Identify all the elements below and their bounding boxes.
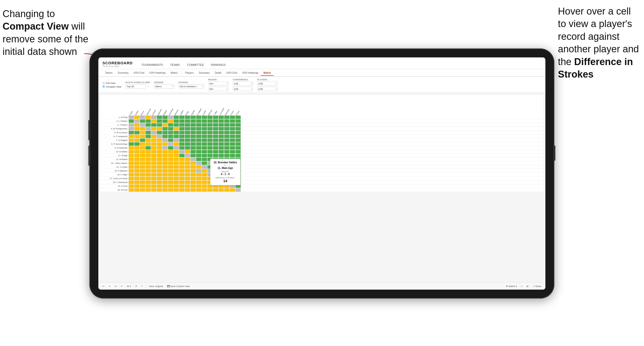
- grid-cell[interactable]: [202, 188, 207, 192]
- help-button[interactable]: ?: [140, 285, 144, 288]
- grid-cell[interactable]: [230, 127, 235, 131]
- grid-cell[interactable]: [230, 138, 235, 142]
- grid-cell[interactable]: [128, 161, 134, 165]
- grid-cell[interactable]: [224, 131, 230, 134]
- grid-cell[interactable]: [140, 157, 145, 161]
- grid-cell[interactable]: [162, 138, 168, 142]
- grid-cell[interactable]: [235, 127, 241, 131]
- grid-cell[interactable]: [207, 127, 213, 131]
- grid-cell[interactable]: [134, 169, 140, 173]
- grid-cell[interactable]: [151, 131, 157, 134]
- grid-cell[interactable]: [190, 115, 196, 119]
- grid-cell[interactable]: [157, 154, 162, 157]
- sub-nav-summary1[interactable]: Summary: [115, 70, 131, 76]
- grid-cell[interactable]: [151, 188, 157, 192]
- grid-cell[interactable]: [162, 177, 168, 180]
- grid-cell[interactable]: [190, 131, 196, 134]
- grid-cell[interactable]: [185, 134, 190, 138]
- grid-cell[interactable]: [134, 115, 140, 119]
- grid-cell[interactable]: [128, 157, 134, 161]
- grid-cell[interactable]: [235, 123, 241, 127]
- view-original-button[interactable]: View: Original: [148, 285, 164, 288]
- grid-cell[interactable]: [179, 131, 185, 134]
- grid-cell[interactable]: [202, 123, 207, 127]
- grid-cell[interactable]: [168, 154, 173, 157]
- grid-cell[interactable]: [145, 134, 151, 138]
- sub-nav-summary2[interactable]: Summary: [196, 70, 212, 76]
- grid-cell[interactable]: [224, 134, 230, 138]
- grid-cell[interactable]: [151, 180, 157, 184]
- grid-cell[interactable]: [207, 142, 213, 146]
- grid-cell[interactable]: [235, 146, 241, 150]
- players-select2[interactable]: (All): [257, 87, 278, 91]
- grid-cell[interactable]: [134, 142, 140, 146]
- grid-cell[interactable]: [168, 157, 173, 161]
- grid-cell[interactable]: [128, 123, 134, 127]
- grid-cell[interactable]: [128, 165, 134, 169]
- grid-cell[interactable]: [207, 188, 213, 192]
- grid-cell[interactable]: [151, 154, 157, 157]
- grid-cell[interactable]: [173, 161, 179, 165]
- grid-cell[interactable]: [168, 188, 173, 192]
- grid-cell[interactable]: [151, 157, 157, 161]
- grid-cell[interactable]: [207, 134, 213, 138]
- grid-cell[interactable]: [218, 138, 224, 142]
- grid-cell[interactable]: [207, 146, 213, 150]
- grid-cell[interactable]: [168, 165, 173, 169]
- sub-nav-matrix1[interactable]: Matrix: [168, 70, 180, 76]
- nav-teams[interactable]: TEAMS: [167, 61, 183, 69]
- grid-cell[interactable]: [179, 150, 185, 154]
- grid-cell[interactable]: [202, 127, 207, 131]
- grid-cell[interactable]: [140, 115, 145, 119]
- grid-cell[interactable]: [202, 138, 207, 142]
- grid-cell[interactable]: [168, 119, 173, 123]
- grid-cell[interactable]: [128, 142, 134, 146]
- grid-cell[interactable]: [190, 154, 196, 157]
- grid-cell[interactable]: [157, 142, 162, 146]
- grid-cell[interactable]: [173, 154, 179, 157]
- grid-cell[interactable]: [157, 138, 162, 142]
- grid-cell[interactable]: [128, 177, 134, 180]
- grid-cell[interactable]: [196, 131, 202, 134]
- grid-cell[interactable]: [196, 161, 202, 165]
- grid-cell[interactable]: [196, 184, 202, 188]
- grid-cell[interactable]: [185, 119, 190, 123]
- grid-cell[interactable]: [235, 188, 241, 192]
- grid-cell[interactable]: [224, 119, 230, 123]
- settings-button[interactable]: ⚙ ▾: [126, 285, 132, 288]
- grid-cell[interactable]: [185, 123, 190, 127]
- grid-cell[interactable]: [168, 138, 173, 142]
- grid-cell[interactable]: [145, 184, 151, 188]
- grid-cell[interactable]: [196, 138, 202, 142]
- sub-nav-detail[interactable]: Detail: [212, 70, 224, 76]
- grid-cell[interactable]: [224, 188, 230, 192]
- grid-cell[interactable]: [185, 146, 190, 150]
- grid-cell[interactable]: [179, 142, 185, 146]
- grid-cell[interactable]: [151, 161, 157, 165]
- grid-cell[interactable]: [179, 127, 185, 131]
- grid-cell[interactable]: [157, 184, 162, 188]
- grid-cell[interactable]: [140, 123, 145, 127]
- grid-cell[interactable]: [235, 134, 241, 138]
- grid-cell[interactable]: [207, 115, 213, 119]
- grid-cell[interactable]: [218, 146, 224, 150]
- grid-cell[interactable]: [140, 188, 145, 192]
- grid-cell[interactable]: [207, 119, 213, 123]
- watch-button[interactable]: 👁 Watch ▾: [505, 285, 518, 288]
- grid-cell[interactable]: [173, 169, 179, 173]
- grid-cell[interactable]: [235, 142, 241, 146]
- grid-cell[interactable]: [213, 115, 218, 119]
- grid-cell[interactable]: [145, 154, 151, 157]
- grid-cell[interactable]: [179, 169, 185, 173]
- grid-cell[interactable]: [179, 134, 185, 138]
- grid-cell[interactable]: [190, 138, 196, 142]
- grid-cell[interactable]: [157, 165, 162, 169]
- grid-cell[interactable]: [196, 123, 202, 127]
- grid-cell[interactable]: [230, 146, 235, 150]
- grid-cell[interactable]: [185, 169, 190, 173]
- grid-cell[interactable]: [213, 123, 218, 127]
- grid-cell[interactable]: [185, 157, 190, 161]
- grid-cell[interactable]: [157, 180, 162, 184]
- grid-cell[interactable]: [185, 177, 190, 180]
- grid-cell[interactable]: [196, 134, 202, 138]
